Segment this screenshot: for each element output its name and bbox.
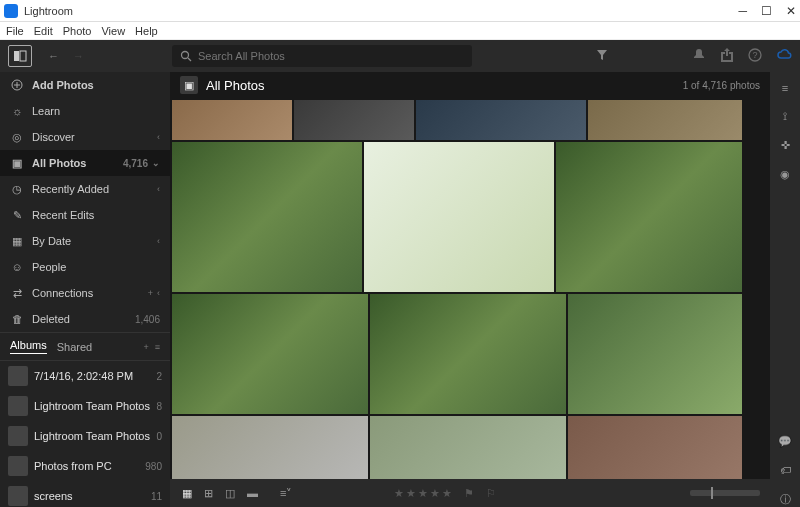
photo-thumbnail[interactable] bbox=[172, 416, 368, 479]
albums-tab[interactable]: Albums bbox=[10, 339, 47, 354]
masking-icon[interactable]: ◉ bbox=[780, 168, 790, 181]
compare-view-button[interactable]: ◫ bbox=[223, 485, 237, 502]
maximize-button[interactable]: ☐ bbox=[761, 4, 772, 18]
keywords-icon[interactable]: 🏷 bbox=[780, 464, 791, 476]
album-count: 11 bbox=[151, 491, 162, 502]
album-row[interactable]: screens11 bbox=[0, 481, 170, 507]
back-button[interactable]: ← bbox=[44, 48, 63, 64]
trash-icon: 🗑 bbox=[10, 312, 24, 326]
photo-thumbnail[interactable] bbox=[172, 142, 362, 292]
sidebar-learn[interactable]: ☼ Learn bbox=[0, 98, 170, 124]
album-row[interactable]: Lightroom Team Photos8 bbox=[0, 391, 170, 421]
album-count: 2 bbox=[156, 371, 162, 382]
sidebar-all-photos[interactable]: ▣ All Photos 4,716 ⌄ bbox=[0, 150, 170, 176]
close-button[interactable]: ✕ bbox=[786, 4, 796, 18]
sidebar-people[interactable]: ☺ People bbox=[0, 254, 170, 280]
menu-file[interactable]: File bbox=[6, 25, 24, 37]
plus-icon bbox=[10, 78, 24, 92]
search-icon bbox=[180, 50, 192, 62]
comments-icon[interactable]: 💬 bbox=[778, 435, 792, 448]
svg-line-3 bbox=[188, 58, 191, 61]
album-thumbnail bbox=[8, 366, 28, 386]
compass-icon: ◎ bbox=[10, 130, 24, 144]
notifications-icon[interactable] bbox=[692, 48, 706, 64]
photo-thumbnail[interactable] bbox=[568, 416, 742, 479]
info-icon[interactable]: ⓘ bbox=[780, 492, 791, 507]
connections-icon: ⇄ bbox=[10, 286, 24, 300]
sidebar-recently-added[interactable]: ◷ Recently Added ‹ bbox=[0, 176, 170, 202]
sort-button[interactable]: ≡˅ bbox=[278, 485, 294, 502]
minimize-button[interactable]: ─ bbox=[738, 4, 747, 18]
album-label: Lightroom Team Photos bbox=[34, 400, 152, 412]
album-count: 980 bbox=[145, 461, 162, 472]
photo-thumbnail[interactable] bbox=[588, 100, 742, 140]
person-icon: ☺ bbox=[10, 260, 24, 274]
album-row[interactable]: 7/14/16, 2:02:48 PM2 bbox=[0, 361, 170, 391]
photo-grid bbox=[170, 98, 770, 479]
search-input[interactable] bbox=[198, 50, 464, 62]
photo-thumbnail[interactable] bbox=[370, 294, 566, 414]
edit-sliders-icon[interactable]: ≡ bbox=[782, 82, 788, 94]
album-count: 8 bbox=[156, 401, 162, 412]
album-row[interactable]: Lightroom Team Photos0 bbox=[0, 421, 170, 451]
sidebar-by-date[interactable]: ▦ By Date ‹ bbox=[0, 228, 170, 254]
album-thumbnail bbox=[8, 456, 28, 476]
zoom-slider[interactable] bbox=[690, 490, 760, 496]
sidebar-discover[interactable]: ◎ Discover ‹ bbox=[0, 124, 170, 150]
photo-thumbnail[interactable] bbox=[172, 294, 368, 414]
photo-thumbnail[interactable] bbox=[172, 100, 292, 140]
rating-stars[interactable]: ★★★★★⚑⚐ bbox=[394, 487, 498, 500]
album-label: screens bbox=[34, 490, 147, 502]
photo-thumbnail[interactable] bbox=[556, 142, 742, 292]
sidebar-connections[interactable]: ⇄ Connections + ‹ bbox=[0, 280, 170, 306]
svg-point-2 bbox=[182, 52, 189, 59]
menu-view[interactable]: View bbox=[101, 25, 125, 37]
clock-icon: ◷ bbox=[10, 182, 24, 196]
app-icon bbox=[4, 4, 18, 18]
sort-albums-button[interactable]: ≡ bbox=[155, 342, 160, 352]
photo-count: 1 of 4,716 photos bbox=[683, 80, 760, 91]
filter-button[interactable] bbox=[596, 49, 608, 63]
album-thumbnail bbox=[8, 426, 28, 446]
album-thumbnail bbox=[8, 396, 28, 416]
menu-photo[interactable]: Photo bbox=[63, 25, 92, 37]
photos-icon: ▣ bbox=[10, 156, 24, 170]
help-icon[interactable]: ? bbox=[748, 48, 762, 64]
share-icon[interactable] bbox=[720, 48, 734, 64]
window-title: Lightroom bbox=[24, 5, 738, 17]
detail-view-button[interactable]: ▬ bbox=[245, 485, 260, 501]
album-label: 7/14/16, 2:02:48 PM bbox=[34, 370, 152, 382]
menu-help[interactable]: Help bbox=[135, 25, 158, 37]
album-label: Lightroom Team Photos bbox=[34, 430, 152, 442]
forward-button[interactable]: → bbox=[69, 48, 88, 64]
search-bar[interactable] bbox=[172, 45, 472, 67]
grid-view-button[interactable]: ▦ bbox=[180, 485, 194, 502]
sidebar-recent-edits[interactable]: ✎ Recent Edits bbox=[0, 202, 170, 228]
photo-thumbnail[interactable] bbox=[294, 100, 414, 140]
square-grid-button[interactable]: ⊞ bbox=[202, 485, 215, 502]
crop-icon[interactable]: ⟟ bbox=[783, 110, 787, 123]
add-album-button[interactable]: + bbox=[143, 342, 148, 352]
breadcrumb-icon: ▣ bbox=[180, 76, 198, 94]
flag-reject-icon[interactable]: ⚐ bbox=[486, 487, 498, 500]
cloud-sync-icon[interactable] bbox=[776, 48, 792, 64]
sidebar: Add Photos ☼ Learn ◎ Discover ‹ ▣ All Ph… bbox=[0, 72, 170, 507]
photo-thumbnail[interactable] bbox=[416, 100, 586, 140]
add-photos-button[interactable]: Add Photos bbox=[0, 72, 170, 98]
lightbulb-icon: ☼ bbox=[10, 104, 24, 118]
album-label: Photos from PC bbox=[34, 460, 141, 472]
album-row[interactable]: Photos from PC980 bbox=[0, 451, 170, 481]
sidebar-deleted[interactable]: 🗑 Deleted 1,406 bbox=[0, 306, 170, 332]
edit-icon: ✎ bbox=[10, 208, 24, 222]
svg-rect-1 bbox=[20, 51, 26, 61]
page-title: All Photos bbox=[206, 78, 683, 93]
flag-pick-icon[interactable]: ⚑ bbox=[464, 487, 476, 500]
photo-thumbnail[interactable] bbox=[364, 142, 554, 292]
menu-edit[interactable]: Edit bbox=[34, 25, 53, 37]
shared-tab[interactable]: Shared bbox=[57, 341, 92, 353]
plus-small-icon[interactable]: + bbox=[148, 288, 153, 298]
photo-thumbnail[interactable] bbox=[568, 294, 742, 414]
home-button[interactable] bbox=[8, 45, 32, 67]
heal-icon[interactable]: ✜ bbox=[781, 139, 790, 152]
photo-thumbnail[interactable] bbox=[370, 416, 566, 479]
